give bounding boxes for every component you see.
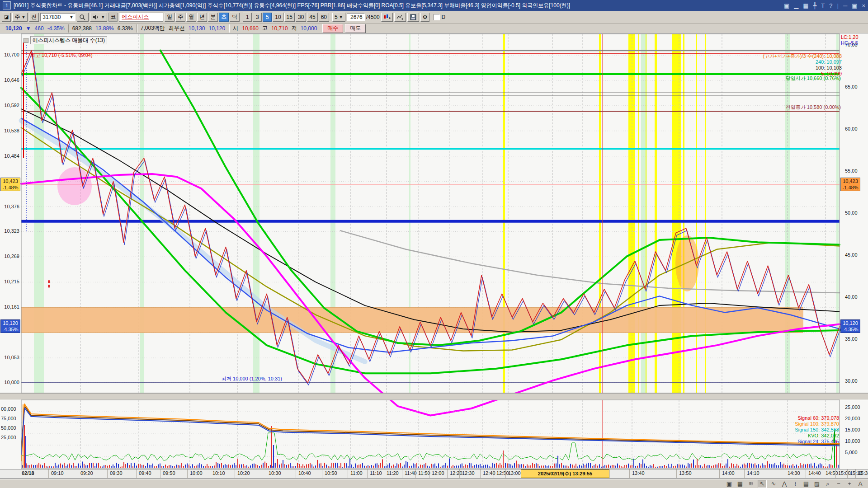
sell-button[interactable]: 매도 (345, 24, 366, 33)
interval-tab-30[interactable]: 30 (296, 13, 306, 22)
axis-separator (296, 469, 296, 479)
speaker-icon[interactable]: ▼ (90, 13, 107, 22)
popout-icon[interactable]: ▣ (784, 2, 789, 9)
period-tab-틱[interactable]: 틱 (230, 13, 240, 22)
restore-icon[interactable]: ▣ (852, 2, 857, 9)
legend-toggle-icon[interactable] (24, 38, 28, 43)
week-combo[interactable]: 주▼ (12, 13, 28, 22)
magnifier-icon[interactable]: ⌕ (824, 480, 832, 488)
lower-right-axis-label: 20,000 (845, 416, 860, 422)
best-bid: 10,130 (189, 25, 205, 32)
bar-count-input[interactable]: 2676 (347, 13, 365, 21)
axis-separator (136, 469, 137, 479)
window-tile-icon[interactable]: ▣ (725, 480, 733, 488)
stock-code-input[interactable]: 317830▼ (40, 13, 75, 21)
low-label: 저 (292, 24, 297, 32)
time-axis[interactable]: 02/1809:1009:2009:3009:4009:5010:0010:10… (0, 469, 868, 479)
window-badge: 1 (3, 1, 11, 9)
draw-tool-icon[interactable]: ≀ (791, 480, 799, 488)
ma-legend-line: 100: 10,103 (763, 65, 842, 71)
axis-separator (415, 469, 416, 479)
ma-legend: (고가+저가+종가)/3 수(240): 10,088240: 10,09710… (763, 53, 842, 77)
signal-legend-line: KVO: 342,082 (795, 433, 839, 439)
lower-right-axis-label: 25,000 (845, 404, 860, 410)
trendline-add-icon[interactable] (394, 13, 406, 22)
stock-name-label[interactable]: 에스피시스 (119, 13, 163, 22)
cascade-icon[interactable]: ▦ (803, 2, 808, 9)
y-axis-label: 10,646 (0, 77, 19, 83)
y-axis-label: 10,161 (0, 304, 19, 310)
axis-separator (847, 469, 848, 479)
axis-separator (494, 469, 494, 479)
interval-tab-10[interactable]: 10 (273, 13, 283, 22)
updown-tool-icon[interactable]: ⋀ (780, 480, 788, 488)
high-label: 고 (262, 24, 268, 32)
time-axis-label: 14:10 (747, 470, 760, 476)
time-axis-label: 12:50 (496, 470, 509, 476)
chart-export-icon[interactable]: ▤ (802, 480, 810, 488)
amount-value: 7,003백만 (141, 24, 165, 32)
close-icon[interactable]: × (862, 2, 865, 9)
time-axis-label: 12:00 (432, 470, 444, 476)
time-axis-label: 09:30 (110, 470, 123, 476)
pin-icon[interactable]: ╇ (813, 2, 816, 9)
signal-legend: Signal 60: 379,078Signal 100: 379,870Sig… (795, 415, 839, 445)
prev-stock-button[interactable]: 전 (29, 13, 39, 22)
d-checkbox[interactable] (434, 14, 440, 20)
minimize-bar-icon[interactable]: ▁ (794, 2, 798, 9)
zoom-out-icon[interactable]: − (835, 480, 843, 488)
chart-layout-icon[interactable]: ◪ (2, 13, 11, 22)
period-tab-월[interactable]: 월 (186, 13, 196, 22)
wave-tool-icon[interactable]: ∿ (769, 480, 778, 488)
gear-icon[interactable]: ⚙ (420, 13, 430, 22)
axis-separator (322, 469, 322, 479)
price-change-pct: -4.35% (47, 25, 65, 32)
interval-tab-5[interactable]: 5 (263, 13, 272, 22)
right-axis-label: 50,00 (845, 210, 858, 216)
period-tab-초[interactable]: 초 (219, 13, 229, 22)
pointer-tool-icon[interactable]: ↖ (758, 480, 767, 488)
crosshair-time-box: 2025/02/19(수) 13:29:55 (521, 469, 609, 478)
time-axis-label: 14:40 (808, 470, 821, 476)
window-titlebar[interactable]: 1 [0601] 주식종합차트 - 유통비율[46.1] 거래대금[7,003(… (0, 0, 868, 11)
prev-close-note: 전일종가 10,580 (0.00%) (786, 104, 841, 110)
axis-separator (384, 469, 384, 479)
zoom-in-icon[interactable]: + (845, 480, 854, 488)
left-marker-upper: 10,423-1.48% (0, 178, 20, 191)
d-checkbox-label: D (441, 14, 445, 20)
buy-button[interactable]: 매수 (322, 24, 343, 33)
save-icon[interactable] (407, 13, 419, 22)
chart-area[interactable]: 에스피시스템스 매물대 수(13) 10,70010,64610,59210,5… (0, 33, 868, 479)
interval-tab-15[interactable]: 15 (284, 13, 295, 22)
minimize-icon[interactable]: ─ (843, 2, 847, 9)
axis-separator (785, 469, 785, 479)
period-tab-분[interactable]: 분 (208, 13, 218, 22)
hc-label: HC:-5,5 (841, 40, 858, 46)
lower-left-axis-label: 00,000 (1, 406, 16, 412)
ma-legend-line: (고가+저가+종가)/3 수(240): 10,088 (763, 53, 842, 59)
interval-combo[interactable]: 5▼ (332, 13, 345, 22)
chart-window-icon[interactable]: ▨ (813, 480, 821, 488)
window-cascade-icon[interactable]: ▦ (736, 480, 744, 488)
time-axis-label: 10:30 (269, 470, 281, 476)
candle-add-icon[interactable] (381, 13, 393, 22)
help-icon[interactable]: ? (829, 2, 832, 9)
interval-tab-3[interactable]: 3 (253, 13, 262, 22)
period-tab-일[interactable]: 일 (165, 13, 175, 22)
period-tab-년[interactable]: 년 (197, 13, 207, 22)
interval-tab-60[interactable]: 60 (319, 13, 329, 22)
high-value: 10,710 (271, 25, 288, 32)
axis-separator (367, 469, 368, 479)
chart-canvas[interactable] (0, 33, 868, 479)
search-icon[interactable] (77, 13, 89, 22)
text-tool-icon[interactable]: A (856, 480, 864, 488)
text-icon[interactable]: T (821, 2, 825, 9)
zigzag-select-icon[interactable]: ≋ (747, 480, 755, 488)
status-bar: ▣▦≋↖∿⋀≀▤▨⌕−+A (0, 479, 868, 488)
time-axis-label: 11:50 (418, 470, 430, 476)
interval-tab-45[interactable]: 45 (307, 13, 317, 22)
interval-tab-1[interactable]: 1 (243, 13, 252, 22)
separator: | (837, 2, 839, 9)
right-marker-current: 10,120-4.35% (840, 319, 860, 333)
period-tab-주[interactable]: 주 (175, 13, 185, 22)
